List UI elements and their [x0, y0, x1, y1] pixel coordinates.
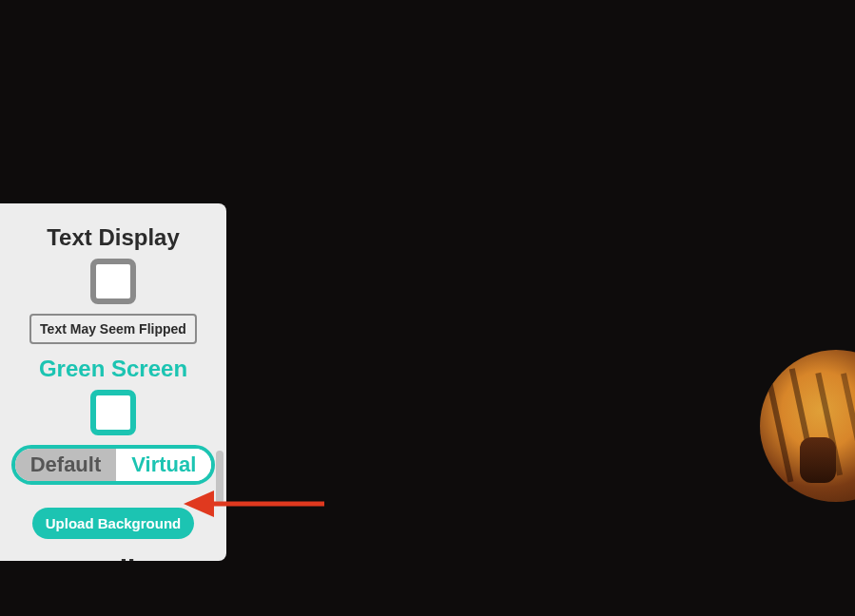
text-flipped-note: Text May Seem Flipped [29, 314, 197, 344]
participant-avatar [760, 350, 855, 502]
green-screen-mode-segment: Default Virtual [0, 445, 226, 485]
green-screen-checkbox-wrap [0, 390, 226, 435]
upload-background-button[interactable]: Upload Background [32, 508, 195, 539]
text-display-checkbox[interactable] [90, 259, 136, 304]
segment-control: Default Virtual [11, 445, 216, 485]
segment-virtual-button[interactable]: Virtual [116, 449, 211, 481]
face-filters-title: Face Filters! [0, 554, 226, 561]
text-display-title: Text Display [0, 224, 226, 251]
segment-default-button[interactable]: Default [15, 449, 117, 481]
settings-panel: Text Display Text May Seem Flipped Green… [0, 203, 226, 561]
panel-scrollbar-thumb[interactable] [216, 451, 223, 504]
green-screen-title: Green Screen [0, 356, 226, 382]
green-screen-checkbox[interactable] [90, 390, 136, 435]
text-display-checkbox-wrap [0, 259, 226, 304]
upload-background-wrap: Upload Background [0, 508, 226, 539]
